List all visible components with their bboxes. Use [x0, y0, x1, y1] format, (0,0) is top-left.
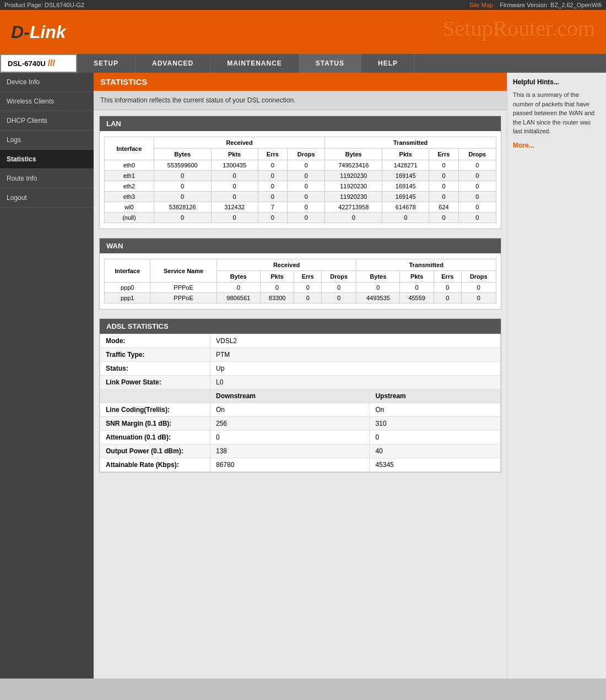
logo-d: D-	[11, 22, 30, 42]
wan-table-row: ppp0PPPoE00000000	[105, 283, 496, 293]
adsl-title: ADSL STATISTICS	[100, 319, 501, 334]
adsl-basic-row: Mode:VDSL2	[100, 334, 501, 348]
lan-col-interface: Interface	[105, 137, 154, 160]
adsl-basic-row: Traffic Type:PTM	[100, 348, 501, 362]
lan-col-rx-errs: Errs	[258, 149, 287, 160]
sitemap-link[interactable]: Site Map	[469, 2, 493, 8]
lan-table-row: eth0553599600130043500749523416142827100	[105, 160, 496, 171]
adsl-stat-row: Attenuation (0.1 dB):00	[100, 431, 501, 444]
page-description: This information reflects the current st…	[94, 91, 507, 110]
sidebar-item-logs[interactable]: Logs	[0, 131, 94, 150]
adsl-basic-row: Status:Up	[100, 362, 501, 376]
sidebar-item-logout[interactable]: Logout	[0, 188, 94, 208]
logo: D-Link	[11, 22, 66, 42]
adsl-stat-row: Output Power (0.1 dBm):13840	[100, 444, 501, 458]
wan-section: WAN Interface Service Name Received Tran…	[99, 238, 501, 310]
lan-col-rx-bytes: Bytes	[154, 149, 211, 160]
sidebar-item-device-info[interactable]: Device Info	[0, 73, 94, 92]
lan-col-tx-errs: Errs	[429, 149, 458, 160]
wan-col-tx-drops: Drops	[461, 271, 496, 283]
top-bar: Product Page: DSL6740U-G2 Site Map Firmw…	[0, 0, 606, 10]
sidebar-item-wireless-clients[interactable]: Wireless Clients	[0, 92, 94, 111]
help-more-link[interactable]: More...	[513, 142, 600, 149]
wan-col-transmitted: Transmitted	[356, 259, 496, 271]
adsl-stat-row: Line Coding(Trellis):OnOn	[100, 403, 501, 417]
wan-col-rx-bytes: Bytes	[217, 271, 260, 283]
model-slashes: ///	[48, 58, 55, 68]
lan-table-row: (null)00000000	[105, 213, 496, 223]
lan-table-row: eth100001192023016914500	[105, 171, 496, 181]
tab-maintenance[interactable]: MAINTENANCE	[210, 54, 299, 73]
adsl-stat-row: SNR Margin (0.1 dB):256310	[100, 417, 501, 431]
lan-col-rx-drops: Drops	[288, 149, 325, 160]
adsl-stat-row: Attainable Rate (Kbps):8678045345	[100, 458, 501, 472]
help-panel: Helpful Hints... This is a summary of th…	[507, 73, 606, 679]
help-text: This is a summary of the number of packe…	[513, 90, 600, 136]
wan-col-tx-pkts: Pkts	[400, 271, 434, 283]
firmware-label: Firmware Version: BZ_2.62_OpenWifi	[500, 2, 602, 8]
help-title: Helpful Hints...	[513, 78, 600, 86]
tab-status[interactable]: STATUS	[299, 54, 361, 73]
lan-table-row: wl053828126312432704227139586146786240	[105, 202, 496, 213]
product-label: Product Page: DSL6740U-G2	[4, 2, 84, 8]
model-box: DSL-6740U ///	[0, 54, 77, 73]
header: D-Link SetupRouter.com	[0, 10, 606, 54]
adsl-table: Mode:VDSL2Traffic Type:PTMStatus:UpLink …	[100, 334, 501, 472]
wan-col-interface: Interface	[105, 259, 150, 283]
adsl-section: ADSL STATISTICS Mode:VDSL2Traffic Type:P…	[99, 318, 501, 473]
wan-col-rx-drops: Drops	[322, 271, 356, 283]
sidebar-item-statistics[interactable]: Statistics	[0, 150, 94, 169]
lan-col-tx-pkts: Pkts	[382, 149, 429, 160]
lan-table: Interface Received Transmitted Bytes Pkt…	[104, 137, 496, 223]
downstream-label: Downstream	[210, 389, 370, 403]
lan-table-row: eth300001192023016914500	[105, 192, 496, 202]
sidebar-item-dhcp-clients[interactable]: DHCP Clients	[0, 111, 94, 131]
lan-col-tx-drops: Drops	[458, 149, 496, 160]
wan-col-tx-bytes: Bytes	[356, 271, 400, 283]
wan-col-tx-errs: Errs	[434, 271, 462, 283]
tab-setup[interactable]: SETUP	[77, 54, 136, 73]
adsl-basic-row: Link Power State:L0	[100, 376, 501, 389]
wan-col-received: Received	[217, 259, 356, 271]
lan-title: LAN	[100, 116, 501, 131]
lan-table-row: eth200001192023016914500	[105, 181, 496, 192]
nav-tabs: DSL-6740U /// SETUP ADVANCED MAINTENANCE…	[0, 54, 606, 73]
tab-advanced[interactable]: ADVANCED	[136, 54, 210, 73]
wan-title: WAN	[100, 238, 501, 253]
tab-help[interactable]: HELP	[361, 54, 415, 73]
adsl-ds-us-header: Downstream Upstream	[100, 389, 501, 403]
upstream-label: Upstream	[370, 389, 501, 403]
main-layout: Device Info Wireless Clients DHCP Client…	[0, 73, 606, 679]
content-area: STATISTICS This information reflects the…	[94, 73, 507, 679]
logo-link: Link	[30, 22, 66, 42]
watermark: SetupRouter.com	[442, 15, 595, 41]
sidebar-item-route-info[interactable]: Route Info	[0, 169, 94, 188]
lan-section: LAN Interface Received Transmitted Bytes…	[99, 116, 501, 229]
wan-col-rx-pkts: Pkts	[260, 271, 294, 283]
lan-col-rx-pkts: Pkts	[211, 149, 258, 160]
wan-col-rx-errs: Errs	[294, 271, 322, 283]
wan-table: Interface Service Name Received Transmit…	[104, 259, 496, 303]
content-inner: LAN Interface Received Transmitted Bytes…	[94, 110, 507, 487]
sidebar: Device Info Wireless Clients DHCP Client…	[0, 73, 94, 679]
lan-col-transmitted: Transmitted	[325, 137, 496, 149]
lan-col-tx-bytes: Bytes	[325, 149, 382, 160]
model-name: DSL-6740U	[8, 59, 46, 68]
wan-col-service: Service Name	[150, 259, 217, 283]
wan-table-row: ppp1PPPoE9806561833000044935354555900	[105, 293, 496, 303]
lan-col-received: Received	[154, 137, 325, 149]
page-title: STATISTICS	[94, 73, 507, 91]
